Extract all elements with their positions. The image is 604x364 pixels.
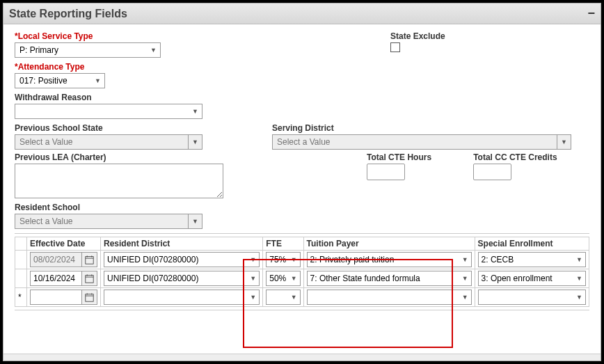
resident-school-combo[interactable]: ▼ [15,214,202,229]
fte-select[interactable]: 50% [266,271,300,286]
svg-rect-4 [86,275,93,283]
resident-district-select[interactable]: UNIFIED DI(070280000) [104,271,260,286]
effective-date-input[interactable] [30,271,82,286]
col-special-enrollment: Special Enrollment [475,237,589,251]
enrollment-grid: Effective Date Resident District FTE Tui… [15,233,589,310]
state-exclude-label: State Exclude [390,31,445,41]
previous-school-state-combo[interactable]: ▼ [15,134,202,150]
calendar-icon[interactable] [82,271,97,286]
grid-star-col [15,237,27,251]
resident-district-select[interactable] [104,290,260,305]
tuition-payer-select[interactable]: 7: Other State funded formula [307,271,472,286]
chevron-down-icon[interactable]: ▼ [188,135,202,149]
panel-header: State Reporting Fields − [3,3,601,24]
col-fte: FTE [263,237,303,251]
total-cte-hours-input[interactable] [367,164,405,180]
withdrawal-reason-select[interactable] [15,104,202,119]
attendance-type-label: Attendance Type [15,62,589,72]
effective-date-input[interactable] [30,252,82,267]
local-service-type-select[interactable]: P: Primary [15,42,161,58]
table-row: UNIFIED DI(070280000)75%2: Privately pai… [15,251,589,269]
chevron-down-icon[interactable]: ▼ [188,214,202,228]
special-enrollment-select[interactable]: 3: Open enrollment [478,271,586,286]
special-enrollment-select[interactable]: 2: CECB [478,252,586,267]
resident-district-select[interactable]: UNIFIED DI(070280000) [104,252,260,267]
tuition-payer-select[interactable] [307,290,472,305]
row-marker: * [15,288,27,307]
calendar-icon[interactable] [82,252,97,267]
table-row: * [15,288,589,307]
local-service-type-label: Local Service Type [15,31,182,41]
special-enrollment-select[interactable] [478,290,586,305]
state-reporting-panel: State Reporting Fields − Local Service T… [3,3,601,361]
panel-title: State Reporting Fields [9,8,127,20]
serving-district-label: Serving District [272,123,589,133]
table-row: UNIFIED DI(070280000)50%7: Other State f… [15,269,589,288]
withdrawal-reason-label: Withdrawal Reason [15,93,589,102]
fte-select[interactable]: 75% [266,252,300,267]
resident-school-input[interactable] [15,214,188,228]
serving-district-combo[interactable]: ▼ [272,134,571,150]
svg-rect-0 [86,256,93,264]
attendance-type-select[interactable]: 017: Positive [15,73,105,88]
svg-rect-8 [86,294,93,301]
previous-lea-textarea[interactable] [15,164,223,198]
effective-date-input[interactable] [30,290,82,305]
previous-lea-label: Previous LEA (Charter) [15,152,223,162]
total-cc-cte-credits-input[interactable] [473,164,511,180]
tuition-payer-select[interactable]: 2: Privately paid tuition [307,252,472,267]
row-marker [15,251,27,269]
panel-body: Local Service Type P: Primary State Excl… [3,24,601,313]
col-effective-date: Effective Date [26,237,100,251]
chevron-down-icon[interactable]: ▼ [557,135,571,149]
col-tuition-payer: Tuition Payer [303,237,475,251]
row-marker [15,269,27,288]
horizontal-scrollbar[interactable] [3,354,601,361]
previous-school-state-label: Previous School State [15,123,202,133]
total-cte-hours-label: Total CTE Hours [367,152,431,162]
collapse-icon[interactable]: − [587,6,595,21]
resident-school-label: Resident School [15,203,589,212]
fte-select[interactable] [266,290,300,305]
total-cc-cte-credits-label: Total CC CTE Credits [473,152,557,162]
serving-district-input[interactable] [273,135,557,149]
calendar-icon[interactable] [82,290,97,305]
state-exclude-checkbox[interactable] [390,42,400,52]
col-resident-district: Resident District [100,237,262,251]
previous-school-state-input[interactable] [15,135,188,149]
